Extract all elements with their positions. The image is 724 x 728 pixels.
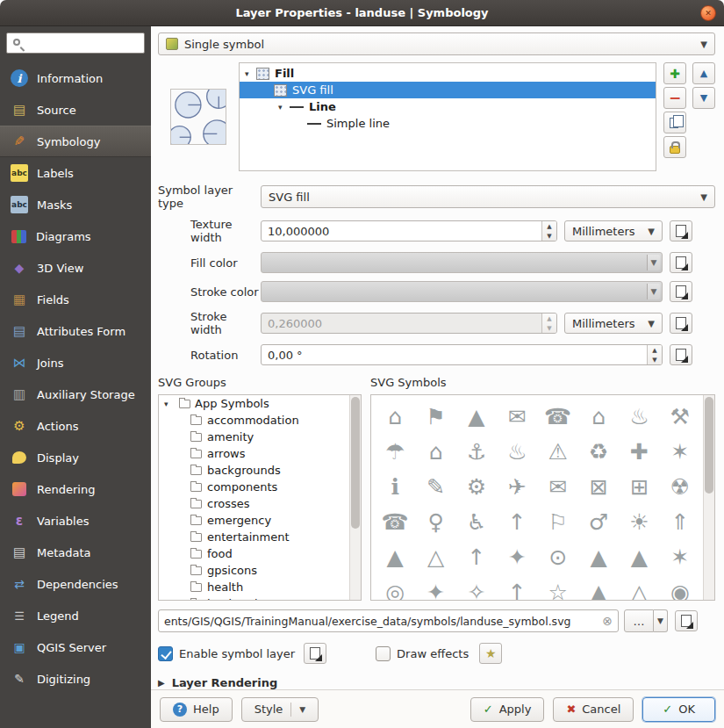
svg-symbol-item[interactable]: ✶ — [660, 539, 700, 574]
tree-row-line[interactable]: ▾ Line — [240, 98, 656, 115]
svg-symbol-item[interactable]: ✎ — [415, 469, 455, 504]
spin-buttons[interactable]: ▲▼ — [541, 221, 556, 241]
svg-symbol-item[interactable]: ✶ — [660, 434, 700, 469]
svg-symbol-item[interactable]: ☆ — [538, 574, 578, 601]
svg-symbol-item[interactable]: ♻ — [578, 434, 619, 469]
style-button[interactable]: Style ▼ — [241, 697, 319, 722]
enable-layer-data-defined-button[interactable] — [304, 643, 326, 664]
fill-color-data-defined-button[interactable] — [670, 252, 692, 273]
svg-symbol-item[interactable]: ✈ — [497, 469, 537, 504]
sidebar-item-dependencies[interactable]: ⇄ Dependencies — [0, 568, 151, 600]
svg-symbol-item[interactable]: ✧ — [456, 574, 497, 601]
rotation-data-defined-button[interactable] — [670, 344, 692, 365]
svg-group-item[interactable]: landmark — [159, 595, 361, 601]
svg-symbol-item[interactable]: △ — [619, 574, 659, 601]
apply-button[interactable]: ✓ Apply — [470, 697, 545, 722]
svg-symbol-item[interactable]: △ — [415, 539, 455, 574]
expand-arrow-icon[interactable]: ▾ — [278, 103, 290, 112]
remove-symbol-layer-button[interactable]: − — [663, 87, 686, 109]
svg-path-input[interactable]: ents/GIS/QGIS/TrainingManual/exercise_da… — [158, 609, 619, 632]
svg-symbol-item[interactable]: ♨ — [497, 434, 537, 469]
svg-symbol-item[interactable]: ▲ — [456, 399, 497, 434]
svg-group-item[interactable]: components — [159, 479, 361, 495]
sidebar-item-attributes-form[interactable]: ▤ Attributes Form — [0, 315, 151, 347]
svg-symbol-item[interactable]: ⚐ — [538, 504, 578, 539]
svg-symbol-item[interactable]: ☢ — [660, 469, 700, 504]
svg-group-item[interactable]: health — [159, 579, 361, 595]
svg-symbol-item[interactable]: ☂ — [375, 434, 415, 469]
sidebar-item-metadata[interactable]: ▤ Metadata — [0, 537, 151, 568]
svg-group-item[interactable]: entertainment — [159, 529, 361, 545]
svg-group-item[interactable]: gpsicons — [159, 562, 361, 579]
sidebar-item-source[interactable]: ▤ Source — [0, 94, 151, 126]
collapsed-arrow-icon[interactable]: ▶ — [158, 678, 165, 688]
svg-symbol-item[interactable]: ⊞ — [619, 469, 659, 504]
stroke-width-unit-combobox[interactable]: Millimeters ▼ — [564, 313, 663, 334]
move-layer-down-button[interactable]: ▼ — [692, 87, 715, 109]
sidebar-item-diagrams[interactable]: Diagrams — [0, 220, 151, 252]
symbol-layer-type-combobox[interactable]: SVG fill ▼ — [261, 185, 715, 208]
texture-width-spinbox[interactable]: 10,000000 ▲▼ — [261, 220, 557, 241]
layer-rendering-group[interactable]: ▶ Layer Rendering — [158, 676, 715, 689]
sidebar-item-information[interactable]: i Information — [0, 62, 151, 94]
svg-symbol-item[interactable]: ↑ — [456, 539, 497, 574]
svg-symbol-item[interactable]: ◉ — [660, 574, 700, 601]
titlebar[interactable]: Layer Properties - landuse | Symbology ✕ — [0, 0, 724, 26]
expand-arrow-icon[interactable]: ▾ — [164, 400, 175, 408]
sidebar-item-auxiliary-storage[interactable]: ▥ Auxiliary Storage — [0, 378, 151, 410]
svg-group-item[interactable]: amenity — [159, 429, 361, 445]
svg-symbol-item[interactable]: ▲ — [619, 539, 659, 574]
svg-symbol-item[interactable]: ⚙ — [456, 469, 497, 504]
sidebar-item-digitizing[interactable]: ✎ Digitizing — [0, 663, 151, 695]
vertical-scrollbar[interactable] — [349, 395, 361, 600]
sidebar-item-labels[interactable]: abc Labels — [0, 157, 151, 189]
sidebar-search-input[interactable] — [6, 32, 145, 54]
draw-effects-checkbox[interactable] — [376, 646, 391, 661]
sidebar-item-rendering[interactable]: Rendering — [0, 473, 151, 505]
svg-symbol-item[interactable]: ⊠ — [578, 469, 619, 504]
stroke-color-data-defined-button[interactable] — [670, 281, 692, 302]
svg-symbol-item[interactable]: ⊙ — [538, 539, 578, 574]
help-button[interactable]: ? Help — [160, 697, 233, 722]
sidebar-item-3d-view[interactable]: ◆ 3D View — [0, 252, 151, 284]
fill-color-button[interactable]: ▼ — [261, 252, 663, 273]
svg-group-item[interactable]: emergency — [159, 512, 361, 529]
svg-symbol-item[interactable]: ⌂ — [415, 434, 455, 469]
texture-width-unit-combobox[interactable]: Millimeters ▼ — [564, 220, 663, 241]
cancel-button[interactable]: ✖ Cancel — [553, 697, 634, 722]
ok-button[interactable]: ✓ OK — [642, 697, 715, 722]
rotation-spinbox[interactable]: 0,00 ° ▲▼ — [261, 344, 663, 365]
svg-group-item[interactable]: backgrounds — [159, 462, 361, 479]
svg-symbol-item[interactable]: ✉ — [497, 399, 537, 434]
add-symbol-layer-button[interactable]: ✚ — [663, 62, 686, 84]
svg-symbol-item[interactable]: ▲ — [578, 574, 619, 601]
svg-symbol-item[interactable]: ↑ — [497, 504, 537, 539]
svg-group-item[interactable]: accommodation — [159, 412, 361, 429]
spin-buttons[interactable]: ▲▼ — [647, 345, 662, 364]
scrollbar-thumb[interactable] — [351, 397, 360, 529]
svg-symbol-item[interactable]: ✦ — [497, 539, 537, 574]
svg-group-item[interactable]: crosses — [159, 495, 361, 512]
svg-symbol-item[interactable]: ♂ — [578, 504, 619, 539]
sidebar-item-masks[interactable]: abc Masks — [0, 189, 151, 220]
sidebar-item-legend[interactable]: ☰ Legend — [0, 600, 151, 631]
svg-symbol-item[interactable]: ♨ — [619, 399, 659, 434]
renderer-combobox[interactable]: Single symbol ▼ — [158, 32, 715, 55]
svg-symbol-item[interactable]: ▲ — [375, 539, 415, 574]
chevron-down-icon[interactable]: ▼ — [647, 284, 660, 299]
svg-symbol-item[interactable]: ☎ — [538, 399, 578, 434]
svg-symbol-item[interactable]: ⚓ — [456, 434, 497, 469]
sidebar-item-symbology[interactable]: ✎ Symbology — [0, 126, 151, 157]
tree-row-fill[interactable]: ▾ Fill — [240, 65, 656, 82]
svg-group-item[interactable]: arrows — [159, 445, 361, 462]
expand-arrow-icon[interactable]: ▾ — [245, 69, 256, 78]
stroke-width-data-defined-button[interactable] — [670, 313, 692, 334]
tree-row-simple-line[interactable]: Simple line — [240, 115, 656, 132]
path-data-defined-button[interactable] — [675, 610, 698, 631]
browse-button[interactable]: … — [624, 609, 654, 632]
svg-symbol-item[interactable]: ⌂ — [375, 399, 415, 434]
svg-symbol-item[interactable]: ℹ — [375, 469, 415, 504]
svg-symbol-item[interactable]: ✦ — [415, 574, 455, 601]
lock-colors-button[interactable] — [663, 136, 686, 158]
sidebar-item-qgis-server[interactable]: ▣ QGIS Server — [0, 631, 151, 663]
